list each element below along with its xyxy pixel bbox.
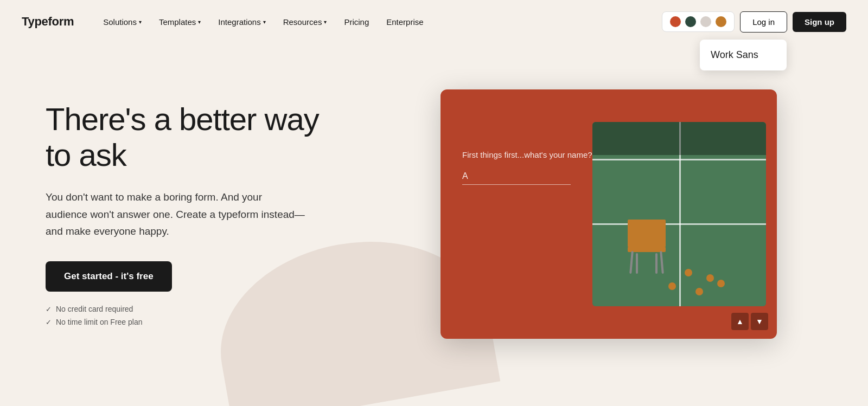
chair <box>620 209 674 274</box>
chevron-down-icon: ▾ <box>198 19 201 25</box>
font-preview-button[interactable] <box>662 11 735 32</box>
form-input-area[interactable]: A <box>462 171 571 185</box>
font-dropdown: Work Sans <box>700 40 787 70</box>
nav-resources[interactable]: Resources ▾ <box>276 13 335 31</box>
hero-subtitle: You don't want to make a boring form. An… <box>46 189 306 240</box>
chair-leg-3 <box>636 253 638 274</box>
tennis-ball-4 <box>706 274 714 282</box>
nav-templates[interactable]: Templates ▾ <box>151 13 208 31</box>
form-input-value: A <box>462 171 468 181</box>
nav-actions: Log in Sign up Work Sans <box>662 11 846 33</box>
nav-enterprise[interactable]: Enterprise <box>379 13 431 31</box>
chair-leg-1 <box>629 250 634 273</box>
nav-integrations[interactable]: Integrations ▾ <box>210 13 273 31</box>
check-icon: ✓ <box>46 318 52 326</box>
bullet-no-time-limit: ✓ No time limit on Free plan <box>46 318 339 326</box>
net-area <box>592 122 766 155</box>
nav-up-button[interactable]: ▲ <box>731 313 749 330</box>
light-gray-color-dot <box>700 16 711 27</box>
chevron-down-icon: ▾ <box>324 19 327 25</box>
hero-title: There's a better way to ask <box>46 101 339 173</box>
nav-solutions[interactable]: Solutions ▾ <box>95 13 149 31</box>
nav-links: Solutions ▾ Templates ▾ Integrations ▾ R… <box>95 13 662 31</box>
nav-down-button[interactable]: ▼ <box>751 313 768 330</box>
signup-button[interactable]: Sign up <box>793 12 846 32</box>
tennis-ball-5 <box>717 280 725 287</box>
chair-back <box>628 220 666 247</box>
hero-bullets: ✓ No credit card required ✓ No time limi… <box>46 305 339 326</box>
form-question: First things first...what's your name? <box>462 149 592 160</box>
amber-color-dot <box>716 16 726 27</box>
form-preview-wrapper: First things first...what's your name? A… <box>371 89 846 339</box>
chair-leg-2 <box>660 250 664 273</box>
chevron-down-icon: ▾ <box>139 19 142 25</box>
cta-button[interactable]: Get started - it's free <box>46 261 172 292</box>
rust-color-dot <box>670 16 681 27</box>
dark-green-color-dot <box>685 16 696 27</box>
bullet-no-credit-card: ✓ No credit card required <box>46 305 339 313</box>
form-nav-arrows: ▲ ▼ <box>731 313 768 330</box>
hero-text: There's a better way to ask You don't wa… <box>46 101 339 326</box>
login-button[interactable]: Log in <box>740 11 787 33</box>
navbar: Typeform Solutions ▾ Templates ▾ Integra… <box>0 0 868 43</box>
chevron-down-icon: ▾ <box>263 19 266 25</box>
font-option-work-sans[interactable]: Work Sans <box>711 47 776 63</box>
logo[interactable]: Typeform <box>22 15 74 29</box>
court-background <box>592 122 766 306</box>
hero-section: There's a better way to ask You don't wa… <box>0 43 868 395</box>
chair-leg-4 <box>655 253 658 274</box>
court-service-line <box>592 159 766 160</box>
form-content: First things first...what's your name? A <box>462 149 592 185</box>
form-preview-card: First things first...what's your name? A… <box>441 89 777 339</box>
nav-pricing[interactable]: Pricing <box>336 13 376 31</box>
tennis-ball-2 <box>685 269 692 276</box>
check-icon: ✓ <box>46 305 52 313</box>
tennis-ball-3 <box>695 288 703 295</box>
tennis-ball-1 <box>668 282 676 290</box>
court-baseline <box>592 223 766 225</box>
tennis-court-photo <box>592 122 766 306</box>
